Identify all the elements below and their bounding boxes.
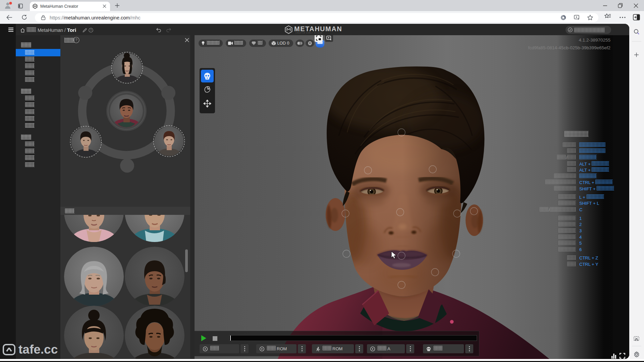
- svg-text:?: ?: [90, 28, 92, 32]
- svg-text:?: ?: [75, 38, 77, 42]
